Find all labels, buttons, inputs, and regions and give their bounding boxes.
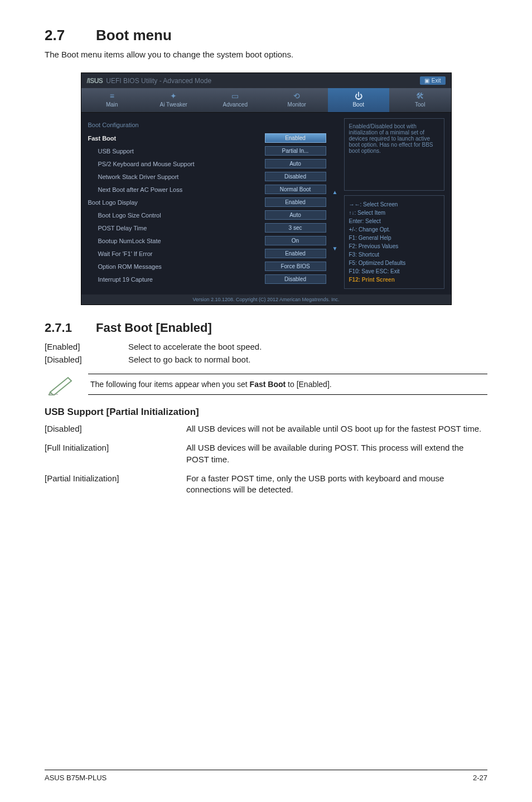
scroll-arrows[interactable]: ▲ ▼: [332, 118, 338, 289]
bios-title: UEFI BIOS Utility - Advanced Mode: [106, 77, 211, 85]
bios-screenshot: /ISUS UEFI BIOS Utility - Advanced Mode …: [81, 73, 452, 305]
tab-advanced[interactable]: ▭Advanced: [205, 88, 267, 112]
arrow-down-icon: ▼: [332, 245, 338, 252]
usb-option-row: [Partial Initialization]For a faster POS…: [45, 473, 487, 496]
bios-setting-row[interactable]: Next Boot after AC Power LossNormal Boot: [88, 183, 326, 196]
setting-label: USB Support: [88, 148, 265, 154]
key-help: →←: Select Screen↑↓: Select ItemEnter: S…: [344, 195, 444, 289]
page-footer: ASUS B75M-PLUS 2-27: [45, 770, 487, 782]
note-block: The following four items appear when you…: [45, 372, 487, 397]
key-hint: F10: Save ESC: Exit: [349, 267, 439, 276]
key-hint: F3: Shortcut: [349, 250, 439, 259]
note-suffix: to [Enabled].: [286, 380, 332, 389]
setting-value: Auto: [265, 159, 326, 168]
tab-icon: ⏻: [328, 91, 390, 100]
key-hint: F2: Previous Values: [349, 242, 439, 250]
bios-copyright: Version 2.10.1208. Copyright (C) 2012 Am…: [81, 294, 451, 305]
setting-value: Auto: [265, 210, 326, 220]
bios-titlebar: /ISUS UEFI BIOS Utility - Advanced Mode …: [81, 73, 451, 88]
tab-label: Advanced: [223, 102, 248, 108]
bios-setting-row[interactable]: POST Delay Time3 sec: [88, 221, 326, 234]
note-text: The following four items appear when you…: [88, 374, 487, 395]
bios-setting-row[interactable]: PS/2 Keyboard and Mouse SupportAuto: [88, 157, 326, 170]
setting-value: Enabled: [265, 133, 326, 143]
section-number: 2.7: [45, 27, 96, 44]
option-row: [Disabled]Select to go back to normal bo…: [45, 355, 487, 364]
exit-button[interactable]: ▣ Exit: [420, 76, 446, 85]
group-boot-configuration: Boot Configuration: [88, 122, 326, 128]
setting-label: Option ROM Messages: [88, 263, 265, 270]
option-desc: Select to go back to normal boot.: [128, 355, 250, 364]
arrow-up-icon: ▲: [332, 189, 338, 195]
bios-setting-row[interactable]: Network Stack Driver SupportDisabled: [88, 170, 326, 183]
bios-setting-row[interactable]: USB SupportPartial In...: [88, 144, 326, 157]
usb-support-heading: USB Support [Partial Initialization]: [45, 407, 487, 418]
setting-label: Network Stack Driver Support: [88, 173, 265, 180]
bios-right-panel: Enabled/Disabled boot with initializatio…: [344, 118, 444, 289]
tab-label: Monitor: [288, 102, 306, 108]
option-key: [Disabled]: [45, 355, 128, 364]
note-prefix: The following four items appear when you…: [90, 380, 250, 389]
tab-icon: 🛠: [389, 91, 451, 100]
setting-label: PS/2 Keyboard and Mouse Support: [88, 161, 265, 167]
option-row: [Enabled]Select to accelerate the boot s…: [45, 342, 487, 351]
note-bold: Fast Boot: [250, 380, 286, 389]
subsection-number: 2.7.1: [45, 321, 96, 335]
tab-icon: ≡: [81, 91, 143, 100]
key-hint: F5: Optimized Defaults: [349, 259, 439, 267]
bios-setting-row[interactable]: Interrupt 19 CaptureDisabled: [88, 273, 326, 286]
group-boot-logo-display-row[interactable]: Boot Logo Display Enabled: [88, 196, 326, 209]
usb-option-key: [Disabled]: [45, 423, 186, 434]
setting-value: Disabled: [265, 274, 326, 284]
bios-logo: /ISUS: [87, 77, 103, 85]
tab-tool[interactable]: 🛠Tool: [389, 88, 451, 112]
group-boot-logo-display: Boot Logo Display: [88, 199, 265, 206]
subsection-title: Fast Boot [Enabled]: [96, 321, 212, 335]
section-intro: The Boot menu items allow you to change …: [45, 50, 487, 59]
usb-option-desc: All USB devices will be available during…: [186, 442, 487, 465]
usb-option-desc: For a faster POST time, only the USB por…: [186, 473, 487, 496]
note-icon: [45, 372, 78, 397]
exit-icon: ▣: [424, 78, 429, 84]
key-hint-highlight: F12: Print Screen: [349, 276, 439, 284]
key-hint: ↑↓: Select Item: [349, 209, 439, 217]
tab-icon: ⟲: [266, 91, 328, 100]
tab-label: Tool: [415, 102, 425, 108]
section-title-text: Boot menu: [96, 27, 172, 44]
usb-option-row: [Disabled]All USB devices will not be av…: [45, 423, 487, 434]
tab-label: Main: [106, 102, 118, 108]
key-hint: Enter: Select: [349, 217, 439, 225]
bios-left-panel: Boot Configuration Fast BootEnabledUSB S…: [88, 118, 326, 289]
bios-tabbar: ≡Main✦Ai Tweaker▭Advanced⟲Monitor⏻Boot🛠T…: [81, 88, 451, 113]
tab-boot[interactable]: ⏻Boot: [328, 88, 390, 112]
bios-setting-row[interactable]: Bootup NumLock StateOn: [88, 234, 326, 247]
help-text: Enabled/Disabled boot with initializatio…: [344, 118, 444, 191]
tab-ai-tweaker[interactable]: ✦Ai Tweaker: [143, 88, 205, 112]
footer-product: ASUS B75M-PLUS: [45, 774, 107, 782]
tab-monitor[interactable]: ⟲Monitor: [266, 88, 328, 112]
usb-option-key: [Full Initialization]: [45, 442, 186, 465]
tab-icon: ✦: [143, 91, 205, 100]
subsection-heading: 2.7.1Fast Boot [Enabled]: [45, 321, 487, 335]
setting-label: Fast Boot: [88, 135, 265, 142]
bios-setting-row[interactable]: Wait For 'F1' If ErrorEnabled: [88, 247, 326, 260]
tab-main[interactable]: ≡Main: [81, 88, 143, 112]
setting-label: Next Boot after AC Power Loss: [88, 186, 265, 193]
setting-value: Normal Boot: [265, 185, 326, 194]
usb-option-desc: All USB devices will not be available un…: [186, 423, 487, 434]
key-hint: →←: Select Screen: [349, 200, 439, 209]
setting-label: Wait For 'F1' If Error: [88, 250, 265, 257]
setting-value: 3 sec: [265, 223, 326, 233]
setting-label: POST Delay Time: [88, 225, 265, 231]
option-key: [Enabled]: [45, 342, 128, 351]
setting-label: Bootup NumLock State: [88, 238, 265, 244]
setting-value: Disabled: [265, 172, 326, 181]
option-desc: Select to accelerate the boot speed.: [128, 342, 262, 351]
setting-value: Force BIOS: [265, 262, 326, 271]
exit-label: Exit: [432, 78, 441, 84]
key-hint: +/-: Change Opt.: [349, 225, 439, 234]
usb-option-row: [Full Initialization]All USB devices wil…: [45, 442, 487, 465]
bios-setting-row[interactable]: Boot Logo Size ControlAuto: [88, 209, 326, 221]
bios-setting-row[interactable]: Option ROM MessagesForce BIOS: [88, 260, 326, 273]
bios-setting-row[interactable]: Fast BootEnabled: [88, 132, 326, 144]
